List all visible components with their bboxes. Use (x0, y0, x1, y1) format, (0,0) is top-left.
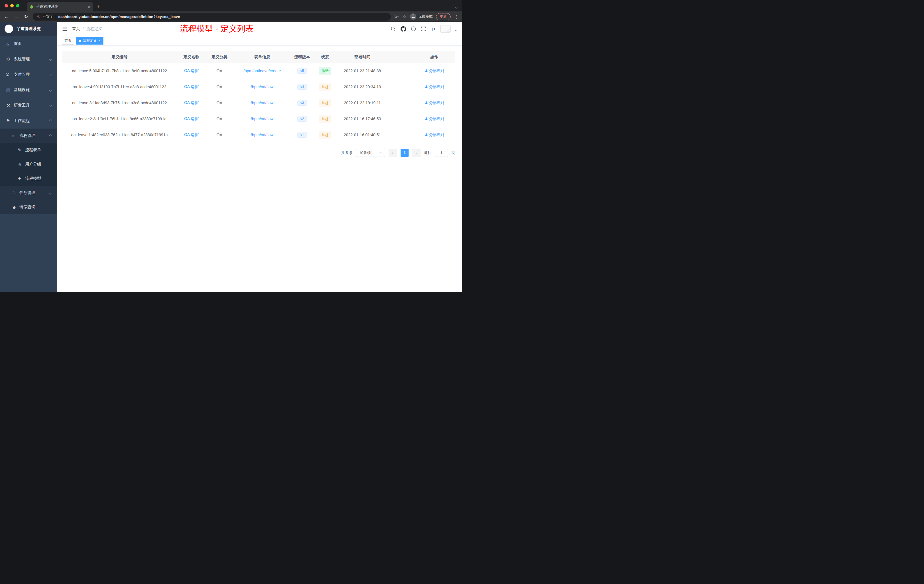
page-unit-label: 页 (451, 150, 455, 155)
browser-menu-icon[interactable]: ⋮ (454, 14, 459, 20)
forward-icon[interactable]: → (13, 14, 20, 20)
status-badge: 激活 (319, 68, 332, 74)
sidebar-item-leave-query[interactable]: ☻ 请假查询 (0, 200, 57, 214)
workflow-icon: ⚑ (6, 118, 14, 124)
tag-home[interactable]: 首页 (62, 37, 74, 45)
sidebar-item-process-management[interactable]: ≡ 流程管理 (0, 129, 57, 143)
definition-name-link[interactable]: OA 请假 (184, 116, 198, 121)
search-icon[interactable] (391, 26, 396, 31)
sidebar-item-process-form[interactable]: ✎ 流程表单 (0, 143, 57, 157)
sidebar-item-workflow[interactable]: ⚑ 工作流程 (0, 113, 57, 129)
table-row: oa_leave:5:004b710b-7b8a-11ec-8ef0-acde4… (62, 63, 455, 79)
deploy-time-cell: 2022-01-22 19:19:11 (337, 95, 388, 111)
zoom-window-button[interactable] (16, 4, 20, 7)
key-icon[interactable] (394, 14, 399, 19)
update-button[interactable]: 更新 (436, 13, 450, 20)
chevron-down-icon (380, 151, 382, 153)
definition-id-cell: oa_leave:4:991f2193-7b7f-11ec-a3c8-acde4… (62, 79, 177, 95)
back-icon[interactable]: ← (3, 14, 10, 20)
hamburger-icon[interactable] (62, 26, 68, 31)
sidebar-item-system-management[interactable]: ⚙ 系统管理 (0, 51, 57, 67)
person-icon (424, 69, 428, 73)
new-tab-button[interactable]: + (97, 3, 100, 9)
sidebar-item-home[interactable]: ⌂ 首页 (0, 36, 57, 51)
incognito-label: 无痕模式 (418, 14, 432, 19)
sidebar-item-label: 用户分组 (25, 162, 41, 167)
sidebar-item-user-group[interactable]: ☺ 用户分组 (0, 157, 57, 172)
deploy-time-cell: 2022-01-22 20:34:10 (337, 79, 388, 95)
form-link[interactable]: /bpm/oa/leave/create (243, 69, 281, 73)
assign-rule-link[interactable]: 分配规则 (424, 100, 444, 106)
status-badge: 挂起 (319, 83, 332, 91)
minimize-window-button[interactable] (10, 4, 14, 7)
yen-icon: ¥ (6, 72, 14, 77)
address-bar[interactable]: ⚠ 不安全 dashboard.yudao.iocoder.cn/bpm/man… (33, 13, 391, 21)
breadcrumb: 首页 / 流程定义 (72, 26, 102, 31)
incognito-badge: 无痕模式 (410, 13, 432, 20)
page-size-select[interactable]: 10条/页 (356, 149, 385, 157)
category-cell: OA (206, 79, 233, 95)
sidebar-logo[interactable]: 芋道管理系统 (0, 22, 57, 36)
next-page-button[interactable] (412, 149, 421, 157)
definition-id-cell: oa_leave:5:004b710b-7b8a-11ec-8ef0-acde4… (62, 63, 177, 79)
definition-name-link[interactable]: OA 请假 (184, 84, 198, 89)
sidebar-item-label: 系统管理 (14, 56, 30, 62)
form-icon: ✎ (18, 147, 25, 153)
form-link[interactable]: /bpm/oa/flow (251, 101, 274, 105)
form-link[interactable]: /bpm/oa/flow (251, 84, 274, 89)
chevron-left-icon (392, 152, 394, 154)
sidebar-item-dev-tools[interactable]: ⚒ 研发工具 (0, 98, 57, 113)
definition-name-link[interactable]: OA 请假 (184, 100, 198, 105)
avatar-caret-icon[interactable] (455, 29, 457, 31)
definition-id-cell: oa_leave:3:1fad3d93-7b75-11ec-a3c8-acde4… (62, 95, 177, 111)
logo-title: 芋道管理系统 (16, 26, 41, 31)
tag-close-icon[interactable]: × (98, 39, 101, 43)
form-link[interactable]: /bpm/oa/flow (251, 117, 274, 121)
github-icon[interactable] (401, 26, 406, 32)
goto-page-input[interactable] (435, 149, 448, 157)
column-header: 表单信息 (233, 51, 291, 63)
users-icon: ☺ (18, 162, 25, 167)
status-badge: 挂起 (319, 132, 332, 139)
help-icon[interactable]: ? (411, 26, 416, 31)
table-row: oa_leave:3:1fad3d93-7b75-11ec-a3c8-acde4… (62, 95, 455, 111)
breadcrumb-home[interactable]: 首页 (72, 26, 80, 31)
browser-tab[interactable]: 芋道管理系统 × (27, 2, 93, 12)
sidebar-item-label: 流程管理 (20, 133, 35, 138)
sidebar-item-label: 流程表单 (25, 147, 41, 153)
close-window-button[interactable] (5, 4, 8, 7)
sidebar-item-process-model[interactable]: ✈ 流程模型 (0, 172, 57, 186)
definition-name-link[interactable]: OA 请假 (184, 68, 198, 73)
person-icon (424, 117, 428, 120)
table-header-row: 定义编号 定义名称 定义分类 表单信息 流程版本 状态 部署时间 操作 (62, 51, 455, 63)
browser-tabstrip: 芋道管理系统 × + (0, 0, 462, 12)
page-number-button[interactable]: 1 (401, 149, 409, 157)
tab-close-icon[interactable]: × (88, 5, 90, 9)
active-dot-icon (79, 40, 81, 42)
tag-process-definition[interactable]: 流程定义 × (76, 37, 104, 45)
font-size-icon[interactable]: TT (431, 26, 436, 31)
assign-rule-link[interactable]: 分配规则 (424, 116, 444, 121)
sidebar-item-payment-management[interactable]: ¥ 支付管理 (0, 67, 57, 82)
assign-rule-link[interactable]: 分配规则 (424, 132, 444, 137)
sidebar-item-infrastructure[interactable]: ▤ 基础设施 (0, 82, 57, 98)
sidebar-item-task-management[interactable]: ⚐ 任务管理 (0, 186, 57, 200)
chevron-up-icon (49, 134, 52, 137)
category-cell: OA (206, 63, 233, 79)
bookmark-star-icon[interactable]: ☆ (403, 14, 407, 20)
page-title: 流程模型 - 定义列表 (57, 23, 376, 35)
prev-page-button[interactable] (389, 149, 397, 157)
tab-title: 芋道管理系统 (36, 4, 86, 9)
tab-search-icon[interactable] (455, 6, 458, 8)
assign-rule-link[interactable]: 分配规则 (424, 84, 444, 89)
form-link[interactable]: /bpm/oa/flow (251, 133, 274, 137)
assign-rule-link[interactable]: 分配规则 (424, 68, 444, 73)
user-avatar[interactable] (440, 25, 450, 33)
column-header: 流程版本 (292, 51, 313, 63)
definition-name-link[interactable]: OA 请假 (184, 132, 198, 137)
header-icons: ? TT (391, 25, 457, 33)
reload-icon[interactable]: ↻ (23, 14, 29, 20)
column-header: 操作 (413, 51, 455, 63)
chevron-up-icon (49, 119, 52, 122)
fullscreen-icon[interactable] (421, 26, 426, 31)
